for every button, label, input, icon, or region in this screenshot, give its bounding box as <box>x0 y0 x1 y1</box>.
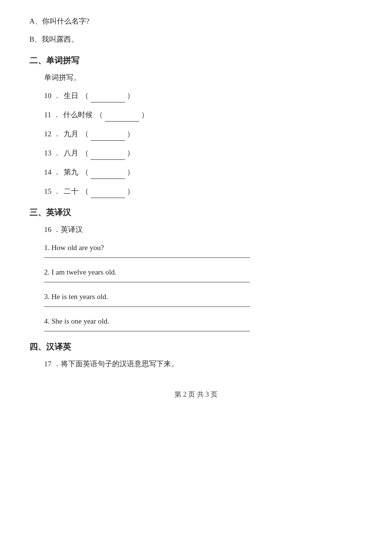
vocab-paren-12: （） <box>81 127 134 141</box>
trans-text-3: He is ten years old. <box>51 293 108 301</box>
page-footer: 第 2 页 共 3 页 <box>29 390 363 399</box>
section4-title: 四、汉译英 <box>29 341 363 353</box>
vocab-paren-11: （） <box>96 108 148 122</box>
vocab-label-15: 二十 <box>64 185 78 198</box>
vocab-num-11: 11 ． <box>44 108 60 122</box>
section2-title: 二、单词拼写 <box>29 55 363 66</box>
vocab-item-15: 15 ． 二十 （） <box>44 185 363 198</box>
trans-text-4: She is one year old. <box>51 317 109 325</box>
answer-line-2 <box>44 282 250 282</box>
trans-item-1: 1. How old are you? <box>44 241 363 254</box>
answer-line-1 <box>44 257 250 258</box>
section2-items: 10 ． 生日 （） 11 ． 什么时候 （） 12 ． 九月 （） 13 ． … <box>29 89 363 198</box>
section3-title: 三、英译汉 <box>29 207 363 218</box>
trans-text-1: How old are you? <box>51 244 104 252</box>
trans-text-2: I am twelve years old. <box>51 268 117 276</box>
section2-desc: 单词拼写。 <box>44 71 363 84</box>
qa-line-a: A、你叫什么名字? <box>29 15 363 28</box>
trans-num-2: 2. <box>44 268 49 276</box>
section3-items: 1. How old are you? 2. I am twelve years… <box>29 241 363 331</box>
answer-line-3 <box>44 306 250 307</box>
vocab-num-13: 13 ． <box>44 147 61 160</box>
vocab-label-11: 什么时候 <box>63 108 93 122</box>
vocab-label-13: 八月 <box>64 147 78 160</box>
vocab-paren-13: （） <box>81 147 134 160</box>
vocab-paren-15: （） <box>81 185 134 198</box>
trans-num-1: 1. <box>44 244 49 252</box>
vocab-num-15: 15 ． <box>44 185 61 198</box>
vocab-paren-10: （） <box>81 89 134 102</box>
vocab-label-12: 九月 <box>64 127 78 141</box>
vocab-label-10: 生日 <box>64 89 78 102</box>
vocab-item-11: 11 ． 什么时候 （） <box>44 108 363 122</box>
trans-item-4: 4. She is one year old. <box>44 315 363 328</box>
qa-line-b: B、我叫露西。 <box>29 33 363 46</box>
section4-desc: 17 ．将下面英语句子的汉语意思写下来。 <box>44 357 363 371</box>
vocab-num-12: 12 ． <box>44 127 61 141</box>
vocab-paren-14: （） <box>81 166 134 179</box>
answer-line-4 <box>44 331 250 331</box>
vocab-num-14: 14 ． <box>44 166 61 179</box>
trans-item-2: 2. I am twelve years old. <box>44 266 363 279</box>
vocab-item-13: 13 ． 八月 （） <box>44 147 363 160</box>
vocab-item-12: 12 ． 九月 （） <box>44 127 363 141</box>
vocab-num-10: 10 ． <box>44 89 61 102</box>
qa-section: A、你叫什么名字? B、我叫露西。 <box>29 15 363 46</box>
trans-item-3: 3. He is ten years old. <box>44 290 363 303</box>
trans-num-4: 4. <box>44 317 49 325</box>
vocab-item-14: 14 ． 第九 （） <box>44 166 363 179</box>
vocab-label-14: 第九 <box>64 166 78 179</box>
section3-desc: 16 ．英译汉 <box>44 223 363 236</box>
trans-num-3: 3. <box>44 293 49 301</box>
vocab-item-10: 10 ． 生日 （） <box>44 89 363 102</box>
